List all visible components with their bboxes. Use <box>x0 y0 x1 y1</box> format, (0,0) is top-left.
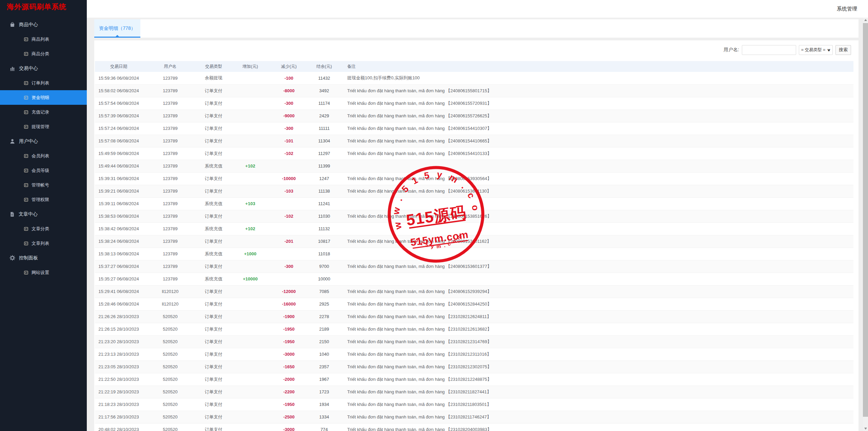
cell-increase <box>229 323 271 335</box>
cell-balance: 1334 <box>307 411 342 423</box>
cell-date: 15:39:31 06/08/2024 <box>95 172 142 185</box>
sidebar-item-article-center[interactable]: 文章中心 <box>0 207 87 221</box>
cell-increase: +102 <box>229 222 271 235</box>
table-row: 15:29:41 06/08/2024ll120120订单支付-12000708… <box>95 285 853 298</box>
cell-decrease: -300 <box>271 260 307 273</box>
cell-decrease <box>271 160 307 172</box>
column-header: 备注 <box>342 61 853 72</box>
cell-type: 订单支付 <box>198 411 229 423</box>
table-row: 15:38:53 06/08/2024123789订单支付-10211030Tr… <box>95 210 853 222</box>
cell-date: 15:57:24 06/08/2024 <box>95 122 142 135</box>
cell-username: 123789 <box>142 160 198 172</box>
sidebar-item-admin-permissions[interactable]: 管理权限 <box>0 192 87 207</box>
cell-remark: Triết khấu đơn đặt hàng thanh toán, mã đ… <box>342 298 853 310</box>
username-input[interactable] <box>742 45 796 55</box>
cell-remark: Triết khấu đơn đặt hàng thanh toán, mã đ… <box>342 147 853 160</box>
cell-date: 21:23:20 28/10/2023 <box>95 335 142 348</box>
cell-date: 21:18:23 28/10/2023 <box>95 398 142 411</box>
cell-username: 123789 <box>142 84 198 97</box>
cell-decrease: -1950 <box>271 323 307 335</box>
cell-type: 系统充值 <box>198 160 229 172</box>
cell-date: 15:39:11 06/08/2024 <box>95 197 142 210</box>
cell-balance: 11432 <box>307 72 342 84</box>
cell-decrease: -1650 <box>271 360 307 373</box>
cell-remark: Triết khấu đơn đặt hàng thanh toán, mã đ… <box>342 135 853 147</box>
scroll-down-button[interactable] <box>863 426 868 431</box>
cell-username: 123789 <box>142 273 198 285</box>
cell-balance: 1723 <box>307 386 342 398</box>
table-row: 15:57:24 06/08/2024123789订单支付-30011111Tr… <box>95 122 853 135</box>
sidebar-item-product-category[interactable]: 商品分类 <box>0 46 87 61</box>
cell-increase <box>229 411 271 423</box>
cell-balance: 11111 <box>307 122 342 135</box>
table-row: 21:26:15 28/10/2023520520订单支付-19502189Tr… <box>95 323 853 335</box>
cell-decrease: -2000 <box>271 373 307 386</box>
cell-username: 520520 <box>142 386 198 398</box>
cell-type: 订单支付 <box>198 135 229 147</box>
sidebar-item-control-panel[interactable]: 控制面板 <box>0 251 87 265</box>
card-icon <box>24 168 28 173</box>
cell-date: 21:17:56 28/10/2023 <box>95 411 142 423</box>
cell-increase <box>229 235 271 248</box>
sidebar-item-site-settings[interactable]: 网站设置 <box>0 265 87 280</box>
tab-fund-detail[interactable]: 资金明细（778） <box>94 19 140 38</box>
sidebar-item-label: 充值记录 <box>32 109 49 115</box>
cell-decrease <box>271 197 307 210</box>
scrollbar-thumb[interactable] <box>863 23 868 417</box>
cell-remark: Triết khấu đơn đặt hàng thanh toán, mã đ… <box>342 335 853 348</box>
sidebar-item-withdraw-manage[interactable]: 提现管理 <box>0 119 87 134</box>
cell-balance: 1967 <box>307 373 342 386</box>
sidebar-item-product-center[interactable]: 商品中心 <box>0 17 87 32</box>
cell-remark: Triết khấu đơn đặt hàng thanh toán, mã đ… <box>342 411 853 423</box>
sidebar-item-label: 用户中心 <box>19 138 38 144</box>
cell-increase <box>229 260 271 273</box>
cell-type: 订单支付 <box>198 210 229 222</box>
sidebar-item-trade-center[interactable]: 交易中心 <box>0 61 87 76</box>
cell-username: 123789 <box>142 172 198 185</box>
vertical-scrollbar[interactable] <box>863 18 868 431</box>
trade-type-select[interactable]: = 交易类型 = ∨ <box>799 45 833 55</box>
sidebar-item-article-list[interactable]: 文章列表 <box>0 236 87 251</box>
system-admin-menu[interactable]: 系统管理 <box>837 1 857 16</box>
cell-increase <box>229 135 271 147</box>
table-row: 21:17:56 28/10/2023520520订单支付-25001334Tr… <box>95 411 853 423</box>
sidebar-item-recharge-records[interactable]: 充值记录 <box>0 105 87 119</box>
sidebar-item-member-list[interactable]: 会员列表 <box>0 149 87 163</box>
sidebar-item-order-list[interactable]: 订单列表 <box>0 76 87 90</box>
sidebar-item-article-category[interactable]: 文章分类 <box>0 221 87 236</box>
cell-decrease: -16000 <box>271 298 307 310</box>
cell-balance: 10000 <box>307 273 342 285</box>
cell-remark: Triết khấu đơn đặt hàng thanh toán, mã đ… <box>342 373 853 386</box>
cell-date: 15:29:41 06/08/2024 <box>95 285 142 298</box>
cell-type: 系统充值 <box>198 222 229 235</box>
table-row: 15:38:13 06/08/2024123789系统充值+100011018 <box>95 248 853 260</box>
scroll-up-button[interactable] <box>863 18 868 23</box>
cell-type: 订单支付 <box>198 386 229 398</box>
cell-username: 520520 <box>142 398 198 411</box>
table-row: 15:38:42 06/08/2024123789系统充值+10211132 <box>95 222 853 235</box>
sidebar-item-label: 商品分类 <box>32 51 49 57</box>
cell-type: 系统充值 <box>198 248 229 260</box>
table-row: 15:58:02 06/08/2024123789订单支付-80003492Tr… <box>95 84 853 97</box>
cell-username: 123789 <box>142 222 198 235</box>
cell-type: 订单支付 <box>198 172 229 185</box>
cell-balance: 11297 <box>307 147 342 160</box>
table-row: 21:22:50 28/10/2023520520订单支付-20001967Tr… <box>95 373 853 386</box>
card-icon <box>24 110 28 115</box>
sidebar-item-product-list[interactable]: 商品列表 <box>0 32 87 46</box>
cell-type: 订单支付 <box>198 360 229 373</box>
cell-decrease: -101 <box>271 135 307 147</box>
cell-type: 订单支付 <box>198 298 229 310</box>
sidebar-item-label: 网站设置 <box>32 270 49 276</box>
sidebar-item-admin-accounts[interactable]: 管理帐号 <box>0 178 87 192</box>
sidebar-item-user-center[interactable]: 用户中心 <box>0 134 87 149</box>
card-icon <box>24 227 28 231</box>
cell-decrease: -3000 <box>271 423 307 431</box>
sidebar-item-member-level[interactable]: 会员等级 <box>0 163 87 178</box>
cell-username: 520520 <box>142 373 198 386</box>
table-row: 21:23:20 28/10/2023520520订单支付-19502150Tr… <box>95 335 853 348</box>
search-button[interactable]: 搜索 <box>835 45 851 55</box>
cell-balance: 2150 <box>307 335 342 348</box>
sidebar-menu: 商品中心商品列表商品分类交易中心订单列表资金明细充值记录提现管理用户中心会员列表… <box>0 17 87 280</box>
sidebar-item-fund-detail[interactable]: 资金明细 <box>0 90 87 105</box>
